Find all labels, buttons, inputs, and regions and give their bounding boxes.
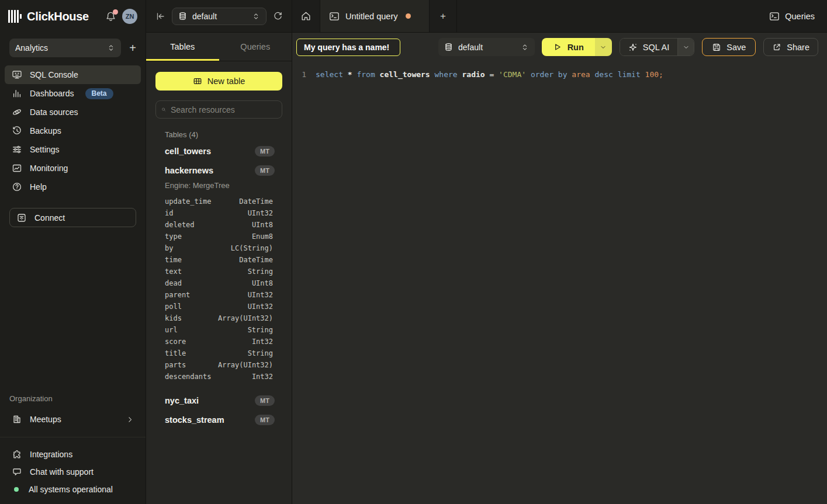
status-green-dot [14,487,19,492]
column-name: id [165,209,173,217]
sidebar-item-backups[interactable]: Backups [5,121,141,140]
collapse-panel-icon[interactable] [155,11,165,22]
sql-editor[interactable]: 1 select * from cell_towers where radio … [292,61,827,504]
avatar[interactable]: ZN [122,9,137,24]
notifications-button[interactable] [105,11,116,22]
sidebar-item-settings[interactable]: Settings [5,140,141,159]
sidebar-item-chat-support[interactable]: Chat with support [5,463,141,481]
sidebar-footer: Integrations Chat with support All syste… [0,437,146,504]
database-selector[interactable]: default [172,8,267,25]
code-token: radio [462,70,489,79]
new-table-label: New table [207,77,245,86]
sidebar: ClickHouse ZN Analytics + [0,0,146,504]
column-row[interactable]: scoreInt32 [155,336,282,347]
search-input[interactable] [171,105,276,114]
column-type: Array(UInt32) [218,361,273,369]
tab-untitled-query[interactable]: Untitled query [320,0,430,32]
tab-queries[interactable]: Queries [219,33,292,61]
run-button[interactable]: Run [542,38,595,56]
query-name-input[interactable] [296,39,400,56]
column-name: update_time [165,197,211,206]
chat-bubble-icon [12,467,22,477]
column-type: UInt8 [252,221,273,229]
sql-ai-button[interactable]: SQL AI [620,39,677,55]
chevron-updown-icon [252,12,260,21]
engine-badge: MT [255,146,275,157]
save-button[interactable]: Save [702,38,756,56]
column-name: deleted [165,221,195,229]
code-token: from [357,70,379,79]
column-row[interactable]: descendantsInt32 [155,371,282,383]
query-toolbar: default Run [292,33,827,61]
column-name: by [165,244,173,252]
column-row[interactable]: textString [155,266,282,277]
column-row[interactable]: idUInt32 [155,207,282,219]
column-name: parent [165,291,190,299]
tab-tables[interactable]: Tables [146,33,219,61]
chevron-down-icon [683,44,690,51]
main-area: Untitled query + Queries default [292,0,827,504]
column-row[interactable]: kidsArray(UInt32) [155,312,282,324]
share-button[interactable]: Share [763,38,818,56]
column-name: dead [165,279,182,287]
workspace-selector[interactable]: Analytics [9,39,121,57]
column-row[interactable]: partsArray(UInt32) [155,359,282,371]
database-icon [444,43,453,51]
home-button[interactable] [292,0,320,32]
hackernews-columns: update_timeDateTimeidUInt32deletedUInt8t… [155,193,282,386]
column-row[interactable]: byLC(String) [155,242,282,254]
refresh-icon[interactable] [273,11,283,21]
chevron-down-icon [600,44,607,51]
sql-ai-button-group: SQL AI [620,38,694,56]
sidebar-item-monitoring[interactable]: Monitoring [5,159,141,178]
queries-button-label: Queries [785,12,815,21]
new-query-tab-button[interactable]: + [430,0,457,32]
meetups-icon [12,414,22,425]
organization-nav: Meetups [0,409,146,429]
column-row[interactable]: parentUInt32 [155,289,282,301]
column-row[interactable]: deletedUInt8 [155,219,282,231]
column-row[interactable]: timeDateTime [155,254,282,266]
run-options-button[interactable] [595,38,612,56]
column-row[interactable]: titleString [155,347,282,359]
new-table-button[interactable]: New table [155,72,282,91]
sidebar-item-label: Backups [30,126,61,135]
column-name: poll [165,303,182,311]
connect-button[interactable]: Connect [9,208,136,227]
table-row-hackernews[interactable]: hackernews MT [155,161,282,180]
column-row[interactable]: update_timeDateTime [155,196,282,207]
console-icon [12,69,22,80]
connect-icon [16,213,27,223]
notification-dot [113,9,118,15]
code-token: = [489,70,499,79]
table-row-nyc-taxi[interactable]: nyc_taxi MT [155,391,282,410]
sidebar-item-data-sources[interactable]: Data sources [5,103,141,121]
column-type: String [248,267,273,276]
sidebar-item-sql-console[interactable]: SQL Console [5,65,141,84]
table-row-stocks-stream[interactable]: stocks_stream MT [155,410,282,429]
sidebar-item-integrations[interactable]: Integrations [5,446,141,463]
table-row-cell-towers[interactable]: cell_towers MT [155,141,282,161]
sidebar-item-label: Monitoring [30,164,68,173]
dashboards-icon [12,88,22,99]
add-workspace-button[interactable]: + [129,42,136,54]
share-label: Share [787,43,809,52]
column-row[interactable]: deadUInt8 [155,277,282,289]
search-icon [161,105,166,114]
sidebar-item-label: Help [30,182,47,192]
sidebar-item-meetups[interactable]: Meetups [5,410,141,429]
queries-button[interactable]: Queries [757,0,827,32]
toolbar-database-selector[interactable]: default [438,38,535,56]
sidebar-item-dashboards[interactable]: Dashboards Beta [5,84,141,103]
connect-label: Connect [34,213,65,223]
column-row[interactable]: urlString [155,324,282,336]
column-row[interactable]: typeEnum8 [155,231,282,242]
code-token: area [572,70,594,79]
run-label: Run [568,43,584,52]
sql-ai-options-button[interactable] [677,39,694,55]
column-type: Array(UInt32) [218,314,273,322]
sidebar-item-system-status[interactable]: All systems operational [5,481,141,498]
sidebar-item-label: Chat with support [30,467,94,477]
sidebar-item-help[interactable]: Help [5,178,141,196]
column-row[interactable]: pollUInt32 [155,301,282,312]
